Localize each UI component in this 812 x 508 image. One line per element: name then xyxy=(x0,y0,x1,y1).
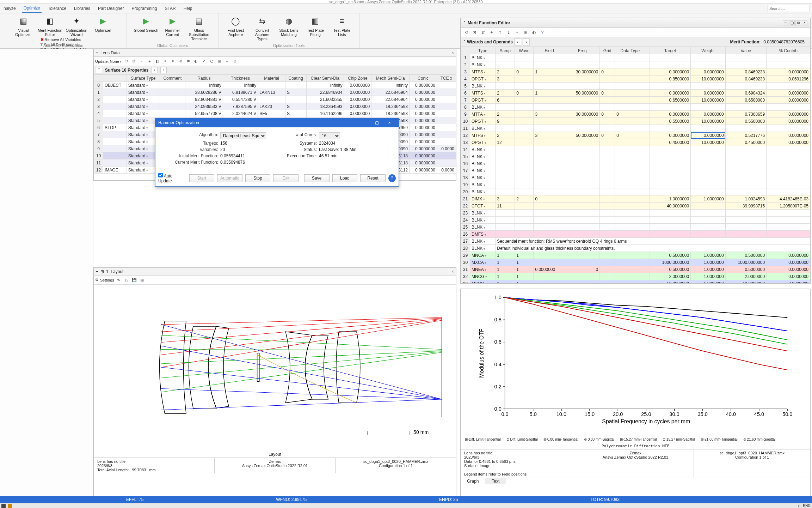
convert-asphere-button[interactable]: ⇆Convert Asphere Types xyxy=(250,15,275,41)
tab-tolerance[interactable]: Tolerance xyxy=(47,5,68,12)
tb-icon[interactable]: ⟲ xyxy=(116,277,122,283)
plus-icon[interactable]: + xyxy=(96,269,98,274)
table-row[interactable]: 19BLNK xyxy=(461,181,810,188)
tb-icon[interactable]: + xyxy=(146,58,153,65)
cores-select[interactable]: 16 xyxy=(319,132,340,139)
table-row[interactable]: 22CTGT1140.000000039.99987151.2058007E-0… xyxy=(461,202,810,210)
remove-all-variables[interactable]: ✖Remove All Variables xyxy=(41,37,88,42)
tb-icon[interactable]: ⇵ xyxy=(177,58,184,65)
popout-icon[interactable]: ⧉ xyxy=(795,20,801,25)
table-row[interactable]: 33MXCG1112.00000001.000000012.00000000.0… xyxy=(461,280,810,284)
search-input[interactable] xyxy=(768,5,810,12)
expand-icon[interactable]: ˅ xyxy=(96,67,102,73)
table-row[interactable]: 3MTFS20130.000000000.00000000.00000000.8… xyxy=(461,68,810,75)
expand-icon[interactable]: ˅ xyxy=(463,20,466,25)
maximize-icon[interactable]: ▢ xyxy=(789,20,795,25)
tab-programming[interactable]: Programming xyxy=(130,5,158,12)
tb-icon[interactable]: ⤒ xyxy=(497,29,504,36)
tray-symbol[interactable]: ◇ xyxy=(798,504,801,508)
tb-icon[interactable]: ⚙ xyxy=(131,58,137,65)
table-row[interactable]: 13OPGT120.450000010.00000000.45000000.00… xyxy=(461,139,810,146)
table-row[interactable]: 10OPGT90.550000010.00000000.55000000.000… xyxy=(461,118,810,125)
tab-help[interactable]: Help xyxy=(182,5,194,12)
algorithm-select[interactable]: Damped Least Squares xyxy=(220,132,266,139)
merit-function-editor-button[interactable]: ◧Merit Function Editor xyxy=(37,15,63,37)
hammer-current-button[interactable]: ▶Hammer Current xyxy=(160,15,185,37)
find-best-asphere-button[interactable]: ◯Find Best Asphere xyxy=(223,15,248,37)
tb-icon[interactable]: ⇵ xyxy=(480,29,487,36)
table-row[interactable]: 27BLNKSequential merit function: RMS wav… xyxy=(461,238,810,245)
table-row[interactable]: 0OBJECTStandardInfinityInfinityInfinity0… xyxy=(94,82,456,89)
table-row[interactable]: 1BLNK xyxy=(461,54,810,61)
table-row[interactable]: 23BLNK xyxy=(461,210,810,217)
tb-icon[interactable]: ✦ xyxy=(162,58,168,65)
table-row[interactable]: 17BLNK xyxy=(461,167,810,174)
table-row[interactable]: 15BLNK xyxy=(461,153,810,160)
table-row[interactable]: 28BLNKDefault individual air and glass t… xyxy=(461,245,810,252)
table-row[interactable]: 7OPGT60.650000010.00000000.65000000.0000… xyxy=(461,97,810,104)
tb-icon[interactable]: ⟲ xyxy=(463,29,470,36)
tb-icon[interactable]: ✖ xyxy=(185,58,191,65)
test-plate-lists-button[interactable]: ≡Test Plate Lists xyxy=(329,15,355,37)
next-icon[interactable]: › xyxy=(160,67,167,73)
glass-sub-button[interactable]: ▤Glass Substitution Template xyxy=(186,15,212,41)
update-dropdown[interactable]: Update: None xyxy=(95,59,122,64)
lang-indicator[interactable]: ENG xyxy=(803,504,811,508)
table-row[interactable]: 26DMFS xyxy=(461,231,810,238)
next-icon[interactable]: › xyxy=(523,38,530,46)
mtf-tab-text[interactable]: Text xyxy=(485,478,506,484)
optimize-button[interactable]: ▶Optimize! xyxy=(91,15,116,32)
table-row[interactable]: 5BLNK xyxy=(461,83,810,90)
table-row[interactable]: 31MNEA110.000000000.50000001.00000000.50… xyxy=(461,266,810,273)
visual-optimizer-button[interactable]: ▦Visual Optimizer xyxy=(11,15,36,37)
tb-icon[interactable]: ◐ xyxy=(530,29,537,36)
table-row[interactable]: 21DIMX3201.00000001.00000001.00245934.41… xyxy=(461,195,810,202)
tb-icon[interactable]: ✔ xyxy=(201,58,207,65)
tb-icon[interactable]: ◦ xyxy=(139,58,145,65)
table-row[interactable]: 20BLNK xyxy=(461,188,810,195)
table-row[interactable]: 4OPGT30.850000010.00000000.84692380.0691… xyxy=(461,75,810,83)
tab-optimize[interactable]: Optimize xyxy=(22,4,42,13)
tb-icon[interactable]: C xyxy=(208,58,215,65)
table-row[interactable]: 30MXCA111000.00000001.00000001000.000000… xyxy=(461,259,810,266)
tb-icon[interactable]: ✦ xyxy=(488,29,495,36)
tab-libraries[interactable]: Libraries xyxy=(73,5,92,12)
prev-icon[interactable]: ‹ xyxy=(514,38,521,46)
table-row[interactable]: 18BLNK xyxy=(461,174,810,181)
plus-icon[interactable]: + xyxy=(96,50,98,55)
close-icon[interactable]: × xyxy=(451,50,454,55)
table-row[interactable]: 29MNCA110.50000001.00000000.50000000.000… xyxy=(461,252,810,259)
table-row[interactable]: 24BLNK xyxy=(461,217,810,224)
close-icon[interactable]: × xyxy=(802,20,807,25)
table-row[interactable]: 2BLNK xyxy=(461,61,810,68)
tb-icon[interactable]: ⊕ xyxy=(232,58,238,65)
tab-star[interactable]: STAR xyxy=(164,5,177,12)
layout-tab[interactable]: 1: Layout xyxy=(106,269,123,274)
tb-icon[interactable]: ⎙ xyxy=(123,277,130,283)
tab-part-designer[interactable]: Part Designer xyxy=(97,5,125,12)
settings-button[interactable]: Settings xyxy=(100,278,114,282)
close-icon[interactable]: × xyxy=(383,118,396,127)
start-button[interactable]: Start xyxy=(189,174,215,182)
taskbar-icon[interactable] xyxy=(8,504,12,508)
table-row[interactable]: 9MTFA2330.0000000000.00000000.00000000.7… xyxy=(461,111,810,118)
tb-icon[interactable]: ✖ xyxy=(471,29,478,36)
tb-icon[interactable]: ⊕ xyxy=(522,29,529,36)
mtf-tab-graph[interactable]: Graph xyxy=(461,478,485,484)
global-search-button[interactable]: ▶Global Search xyxy=(133,15,159,32)
tb-icon[interactable]: ↔ xyxy=(513,29,521,36)
save-button[interactable]: Save xyxy=(304,174,330,182)
tb-icon[interactable]: ▦ xyxy=(139,277,145,283)
tb-icon[interactable]: ◧ xyxy=(154,58,160,65)
table-row[interactable]: 2Standard92.8034881 V0.5547380 V21.60323… xyxy=(94,96,456,103)
table-row[interactable]: 3Standard24.0939533 V7.8287595 VLAK23S18… xyxy=(94,103,456,110)
exit-button[interactable]: Exit xyxy=(273,174,299,182)
mf-table[interactable]: TypeSampWaveFieldFreqGridData TypeTarget… xyxy=(461,47,810,283)
expand-icon[interactable]: ˅ xyxy=(463,40,466,44)
help-icon[interactable]: ? xyxy=(539,29,546,36)
tb-icon[interactable]: ↔ xyxy=(224,58,230,65)
close-icon[interactable]: × xyxy=(451,269,454,274)
table-row[interactable]: 4Standard52.6557708 V2.0244624 VSF5S16.1… xyxy=(94,110,456,117)
help-icon[interactable]: ? xyxy=(388,174,396,182)
minimize-icon[interactable]: ─ xyxy=(358,118,370,127)
